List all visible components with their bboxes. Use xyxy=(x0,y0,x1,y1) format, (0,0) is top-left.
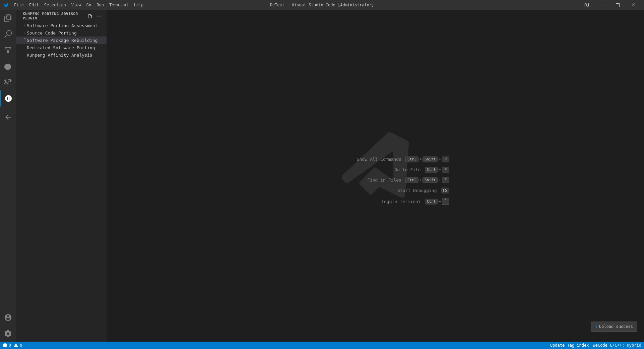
tree-item-package-rebuilding[interactable]: › Software Package Rebuilding xyxy=(16,37,107,44)
svg-point-1 xyxy=(96,15,98,16)
split-editor-button[interactable] xyxy=(579,0,594,10)
key-separator: + xyxy=(439,199,441,204)
main-layout: KUNPENG PORTING ADVISOR PLUGIN › Softwar… xyxy=(0,10,644,342)
sidebar-header: KUNPENG PORTING ADVISOR PLUGIN xyxy=(16,10,107,22)
key: Ctrl xyxy=(405,156,418,162)
activity-bar xyxy=(0,10,16,342)
title-bar-left: File Edit Selection View Go Run Terminal… xyxy=(3,0,146,10)
status-update-tag-text: Update Tag index xyxy=(550,343,589,348)
close-button[interactable] xyxy=(625,0,641,10)
activity-source-control[interactable] xyxy=(0,42,16,58)
shortcut-label: Start Debugging xyxy=(397,188,437,193)
window-controls xyxy=(579,0,641,10)
shortcut-label: Find in Files xyxy=(367,178,401,183)
collapse-arrow-icon: › xyxy=(21,30,27,36)
shortcut-keys: Ctrl + P xyxy=(425,167,449,172)
status-bar-right: Update Tag index WeCode C/C++: Hybrid xyxy=(550,343,641,348)
key: Ctrl xyxy=(425,199,438,204)
shortcut-start-debugging: Start Debugging F5 xyxy=(397,188,449,193)
shortcut-go-to-file: Go to File Ctrl + P xyxy=(394,167,449,172)
key-separator: + xyxy=(439,157,441,161)
menu-view[interactable]: View xyxy=(69,0,84,10)
key: F xyxy=(442,177,449,183)
activity-extensions[interactable] xyxy=(0,74,16,90)
activity-kunpeng[interactable] xyxy=(0,90,16,107)
tree-item-dedicated-porting[interactable]: Dedicated Software Porting xyxy=(16,44,107,51)
menu-go[interactable]: Go xyxy=(84,0,94,10)
activity-account[interactable] xyxy=(0,309,16,326)
status-warnings[interactable]: 0 xyxy=(14,343,22,348)
status-errors[interactable]: 0 xyxy=(3,343,11,348)
shortcut-keys: Ctrl + Shift + F xyxy=(405,177,449,183)
key: Ctrl xyxy=(425,167,438,172)
status-bar-left: 0 0 xyxy=(3,343,22,348)
tree-item-affinity-analysis[interactable]: Kunpeng Affinity Analysis xyxy=(16,51,107,59)
shortcut-label: Go to File xyxy=(394,167,421,172)
key-separator: + xyxy=(419,157,422,161)
activity-search[interactable] xyxy=(0,26,16,42)
tree-item-porting-assessment[interactable]: › Software Porting Assessment xyxy=(16,22,107,29)
tree-item-label: Source Code Porting xyxy=(27,30,77,36)
activity-bottom xyxy=(0,309,16,342)
activity-run[interactable] xyxy=(0,58,16,74)
tree-item-label: Software Package Rebuilding xyxy=(27,38,98,43)
svg-rect-0 xyxy=(600,5,604,5)
key: P xyxy=(442,156,449,162)
key: Shift xyxy=(423,156,438,162)
minimize-button[interactable] xyxy=(594,0,610,10)
info-icon: ℹ xyxy=(595,324,597,329)
menu-file[interactable]: File xyxy=(11,0,26,10)
shortcut-label: Toggle Terminal xyxy=(381,199,421,204)
upload-notification: ℹ Upload success xyxy=(591,322,637,332)
activity-explorer[interactable] xyxy=(0,10,16,26)
key: Shift xyxy=(423,177,438,183)
menu-selection[interactable]: Selection xyxy=(42,0,69,10)
title-bar-menu: File Edit Selection View Go Run Terminal… xyxy=(11,0,146,10)
key-separator: + xyxy=(439,178,441,182)
notification-text: Upload success xyxy=(599,324,633,329)
new-file-button[interactable] xyxy=(86,12,94,20)
sidebar-header-actions xyxy=(86,12,103,20)
key: Ctrl xyxy=(405,177,418,183)
key: P xyxy=(442,167,449,172)
more-actions-button[interactable] xyxy=(95,12,103,20)
svg-point-3 xyxy=(100,15,101,16)
notification-area: ℹ Upload success xyxy=(591,322,637,332)
key-separator: + xyxy=(419,178,422,182)
status-wecode-text: WeCode C/C++: Hybrid xyxy=(593,343,642,348)
sidebar: KUNPENG PORTING ADVISOR PLUGIN › Softwar… xyxy=(16,10,107,342)
tree-item-label: Software Porting Assessment xyxy=(27,23,98,28)
tree-item-source-code-porting[interactable]: › Source Code Porting xyxy=(16,29,107,37)
menu-edit[interactable]: Edit xyxy=(26,0,42,10)
key: F5 xyxy=(441,188,449,193)
shortcut-find-files: Find in Files Ctrl + Shift + F xyxy=(367,177,449,183)
key-separator: + xyxy=(439,167,441,172)
tree-item-label: Kunpeng Affinity Analysis xyxy=(27,53,92,58)
window-title: DeTest - Visual Studio Code [Administrat… xyxy=(270,3,374,7)
shortcut-label: Show All Commands xyxy=(357,157,401,162)
maximize-button[interactable] xyxy=(610,0,625,10)
shortcut-show-commands: Show All Commands Ctrl + Shift + P xyxy=(357,156,449,162)
warning-count: 0 xyxy=(20,343,22,348)
shortcut-keys: Ctrl + ` xyxy=(425,198,449,205)
menu-terminal[interactable]: Terminal xyxy=(107,0,131,10)
status-bar: 0 0 Update Tag index WeCode C/C++: Hybri… xyxy=(0,342,644,349)
activity-remote[interactable] xyxy=(0,109,16,125)
error-count: 0 xyxy=(9,343,11,348)
shortcut-toggle-terminal: Toggle Terminal Ctrl + ` xyxy=(381,198,449,205)
status-update-tag[interactable]: Update Tag index xyxy=(550,343,589,348)
activity-settings[interactable] xyxy=(0,326,16,342)
expand-arrow-icon: › xyxy=(21,38,27,43)
sidebar-title: KUNPENG PORTING ADVISOR PLUGIN xyxy=(23,12,86,20)
menu-run[interactable]: Run xyxy=(94,0,107,10)
editor-area: Show All Commands Ctrl + Shift + P Go to… xyxy=(107,10,644,342)
status-wecode[interactable]: WeCode C/C++: Hybrid xyxy=(593,343,642,348)
vscode-logo-icon xyxy=(3,2,9,8)
shortcut-keys: F5 xyxy=(441,188,449,193)
svg-point-2 xyxy=(99,15,100,16)
title-bar: File Edit Selection View Go Run Terminal… xyxy=(0,0,644,10)
shortcuts-container: Show All Commands Ctrl + Shift + P Go to… xyxy=(357,156,449,205)
menu-help[interactable]: Help xyxy=(131,0,146,10)
tree-item-label: Dedicated Software Porting xyxy=(27,45,95,50)
shortcut-keys: Ctrl + Shift + P xyxy=(405,156,449,162)
